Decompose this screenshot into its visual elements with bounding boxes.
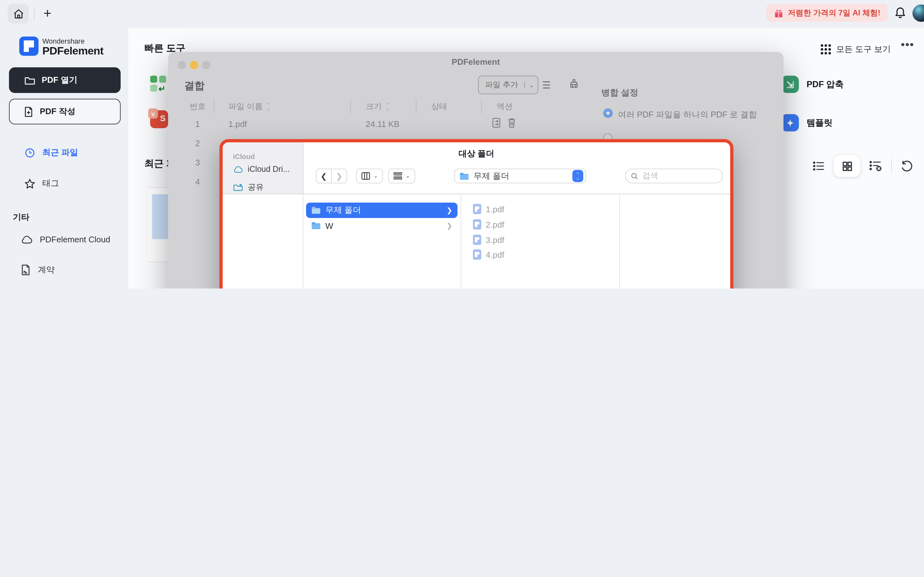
back-button[interactable]: ❮ [316,169,332,183]
gift-icon [774,8,783,18]
column-header-name[interactable]: 파일 이름⌃⌄ [228,101,270,112]
clock-icon [24,147,35,158]
grid-view-button-selected[interactable] [834,155,861,177]
tab-divider [34,8,35,21]
bell-icon [894,6,907,20]
folder-name: 무제 폴더 [325,205,361,216]
file-row-2pdf[interactable]: 2.pdf [473,219,504,229]
column-header-status: 상태 [431,101,447,112]
open-pdf-label: PDF 열기 [42,74,78,86]
group-icon [393,172,402,180]
sheet-title: 대상 폴더 [223,148,730,160]
pdfelement-cloud-label: PDFelement Cloud [40,235,110,244]
row1-filename: 1.pdf [228,119,247,129]
vs-letter: S [160,113,166,123]
combine-heading: 결합 [184,79,205,93]
create-pdf-button[interactable]: PDF 작성 [9,99,121,124]
notifications-button[interactable] [894,6,907,20]
view-mode-button[interactable]: ⌄ [356,169,383,183]
plus-icon: + [44,6,52,21]
recent-file-thumbnail[interactable] [148,187,169,262]
row2-number: 2 [185,139,210,148]
blue-folder-icon [459,172,469,180]
sidebar-item-contract[interactable]: 계약 [21,264,55,276]
home-tab-button[interactable] [8,4,29,24]
search-field[interactable]: 검색 [625,169,723,183]
column-header-action: 액션 [497,101,513,112]
brand-name-large: PDFelement [42,45,103,58]
folder-row-w[interactable]: W ❯ [306,218,457,234]
folder-name: W [325,221,333,230]
row1-number: 1 [185,119,210,129]
quick-tool-convert-icon[interactable]: ↵ [150,76,168,94]
destination-folder-dropdown[interactable]: 무제 폴더 ⌃⌄ [454,169,586,183]
folder-row-untitled-selected[interactable]: 무제 폴더 ❯ [306,203,457,218]
row3-number: 3 [185,158,210,167]
file-row-3pdf[interactable]: 3.pdf [473,235,504,245]
destination-folder-label: 무제 폴더 [473,170,509,182]
contract-icon [21,264,31,276]
pdf-compress-label: PDF 압축 [806,79,844,90]
row1-preview-icon[interactable] [491,117,501,128]
history-refresh-icon[interactable] [901,160,913,172]
sidebar-item-icloud-drive[interactable]: iCloud Dri... [233,165,290,174]
merge-option1-label: 여러 PDF 파일을 하나의 PDF 로 결합 [618,109,757,121]
pdf-file-icon [473,250,481,259]
pdf-file-icon [473,219,481,229]
folder-icon [24,75,35,85]
sidebar-section-other: 기타 [13,211,29,223]
file-plus-icon [24,106,33,117]
cloud-icon [21,235,33,244]
clear-list-icon[interactable] [869,160,882,172]
promo-banner[interactable]: 저렴한 가격의 7일 AI 체험! [766,4,888,22]
chevron-down-icon: ⌄ [405,173,410,179]
column-header-size[interactable]: 크기⌃⌄ [366,101,389,112]
sidebar-item-recent-files[interactable]: 최근 파일 [24,147,78,158]
sort-list-icon[interactable]: ☰ [542,79,551,91]
add-files-label: 파일 추가 [479,79,525,90]
chevron-down-icon: ⌄ [373,173,378,179]
tool-pdf-compress[interactable]: ⇲ PDF 압축 [782,76,844,93]
chevron-right-icon: ❯ [447,206,452,214]
quick-tool-vs-icon[interactable]: v S [150,110,168,128]
view-all-tools-button[interactable]: 모든 도구 보기 [821,44,891,55]
list-view-icon[interactable] [813,161,825,171]
pdfelement-logo-icon [19,37,39,56]
tags-label: 태그 [42,177,59,189]
recent-files-label: 최근 파일 [42,147,78,158]
add-files-button[interactable]: 파일 추가 ⌄ [478,76,539,94]
column-header-no[interactable]: 번호 [185,101,210,112]
merge-option1-radio-selected[interactable] [603,108,613,118]
avatar[interactable] [913,5,924,22]
row1-delete-icon[interactable] [507,117,517,128]
more-options-button[interactable]: ••• [901,39,914,51]
icloud-drive-label: iCloud Dri... [248,165,290,174]
sidebar-item-shared[interactable]: 공유 [233,182,264,193]
tool-template[interactable]: ✦ 템플릿 [782,114,833,131]
recent-files-section-title: 최근 파일 [144,158,168,170]
group-sort-button[interactable]: ⌄ [388,169,415,183]
open-pdf-button[interactable]: PDF 열기 [9,67,121,93]
shared-folder-icon [233,183,243,192]
pdf-compress-icon: ⇲ [782,76,799,93]
template-label: 템플릿 [806,117,833,129]
vs-flap: v [148,108,158,119]
chevron-down-icon[interactable]: ⌄ [525,82,538,88]
save-destination-sheet: 대상 폴더 iCloud iCloud Dri... 공유 태그 빨간색 주황색… [220,139,733,288]
icloud-drive-icon [233,166,243,173]
row4-number: 4 [185,177,210,187]
sidebar-item-tags[interactable]: 태그 [24,177,59,189]
icloud-section-header: iCloud [233,153,255,160]
file-row-4pdf[interactable]: 4.pdf [473,250,504,259]
blue-folder-icon [311,222,321,229]
shared-label: 공유 [248,182,264,193]
stepper-icon: ⌃⌄ [572,170,583,182]
search-placeholder: 검색 [642,171,658,181]
new-tab-button[interactable]: + [39,5,56,22]
file-browser: 무제 폴더 ❯ W ❯ 1.pdf 2.pdf 3.pdf 4.pdf [223,193,730,288]
file-row-1pdf[interactable]: 1.pdf [473,204,504,214]
forward-button[interactable]: ❯ [331,169,347,183]
sidebar-item-pdfelement-cloud[interactable]: PDFelement Cloud [21,235,110,244]
row1-filesize: 24.11 KB [366,119,399,129]
clear-all-icon[interactable] [569,78,580,89]
